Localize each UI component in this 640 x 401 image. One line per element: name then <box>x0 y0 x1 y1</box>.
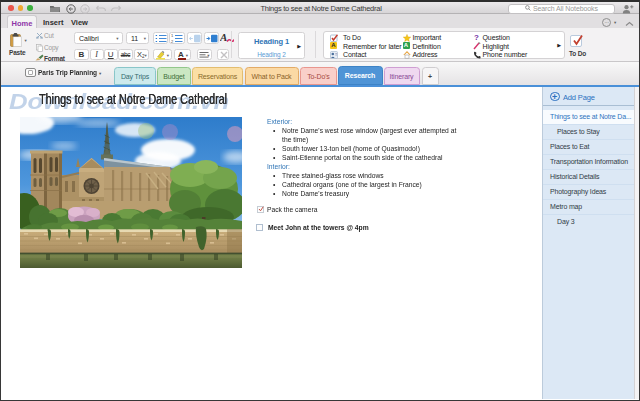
svg-text:2: 2 <box>171 39 174 43</box>
svg-text:1: 1 <box>171 34 174 38</box>
svg-text:A: A <box>220 31 227 43</box>
